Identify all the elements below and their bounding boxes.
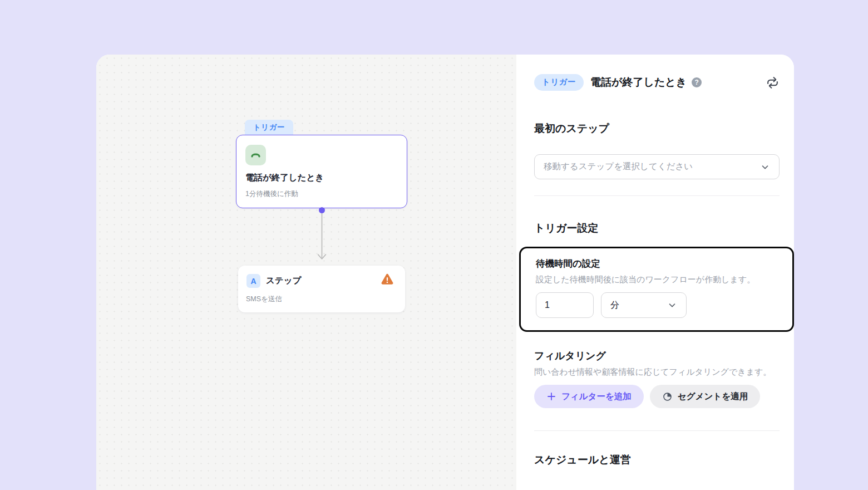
apply-segment-label: セグメントを適用	[678, 391, 748, 403]
section-divider	[534, 430, 780, 431]
chevron-down-icon	[760, 162, 770, 172]
add-filter-button[interactable]: フィルターを追加	[534, 385, 644, 408]
wait-time-highlight-box: 待機時間の設定 設定した待機時間後に該当のワークフローが作動します。 分	[519, 247, 794, 332]
panel-title: 電話が終了したとき	[590, 75, 687, 90]
wait-time-value-input[interactable]	[536, 292, 594, 318]
flow-canvas[interactable]: トリガー 電話が終了したとき 1分待機後に作動 A ステップ	[96, 55, 516, 490]
chevron-down-icon	[667, 300, 677, 310]
trigger-node-title: 電話が終了したとき	[245, 172, 324, 184]
trigger-settings-heading: トリガー設定	[534, 221, 780, 236]
wait-time-controls: 分	[536, 292, 778, 318]
filtering-description: 問い合わせ情報や顧客情報に応じてフィルタリングできます。	[534, 365, 780, 379]
add-filter-label: フィルターを追加	[561, 391, 632, 403]
pie-chart-icon	[662, 391, 673, 402]
first-step-select[interactable]: 移動するステップを選択してください	[534, 154, 780, 179]
repeat-icon[interactable]	[766, 76, 780, 90]
filtering-buttons: フィルターを追加 セグメントを適用	[534, 385, 780, 408]
connector-arrow	[316, 212, 328, 262]
filtering-heading: フィルタリング	[534, 349, 780, 362]
schedule-heading: スケジュールと運営	[534, 453, 780, 467]
help-question-icon[interactable]: ?	[692, 77, 702, 87]
trigger-node-subtitle: 1分待機後に作動	[245, 189, 298, 199]
apply-segment-button[interactable]: セグメントを適用	[650, 385, 760, 408]
phone-hangup-icon	[245, 145, 266, 165]
section-divider	[534, 195, 780, 196]
workflow-editor-window: トリガー 電話が終了したとき 1分待機後に作動 A ステップ	[96, 55, 794, 490]
settings-panel: トリガー 電話が終了したとき ? 最初のステップ 移動するステップを選択してくだ…	[516, 55, 794, 490]
step-letter-icon: A	[246, 274, 260, 288]
step-node-title: ステップ	[266, 275, 301, 287]
wait-time-unit-select[interactable]: 分	[601, 292, 687, 318]
warning-triangle-icon	[380, 272, 394, 289]
wait-time-heading: 待機時間の設定	[536, 258, 778, 270]
trigger-type-badge: トリガー	[534, 74, 584, 91]
trigger-node[interactable]: 電話が終了したとき 1分待機後に作動	[236, 135, 407, 208]
step-node[interactable]: A ステップ SMSを送信	[238, 266, 405, 312]
panel-header: トリガー 電話が終了したとき ?	[534, 75, 780, 90]
wait-time-description: 設定した待機時間後に該当のワークフローが作動します。	[536, 272, 778, 287]
trigger-node-badge: トリガー	[245, 120, 293, 135]
wait-time-unit-value: 分	[610, 300, 667, 311]
first-step-heading: 最初のステップ	[534, 121, 780, 136]
step-node-subtitle: SMSを送信	[246, 295, 282, 304]
first-step-select-placeholder: 移動するステップを選択してください	[544, 161, 760, 173]
plus-icon	[546, 391, 556, 401]
